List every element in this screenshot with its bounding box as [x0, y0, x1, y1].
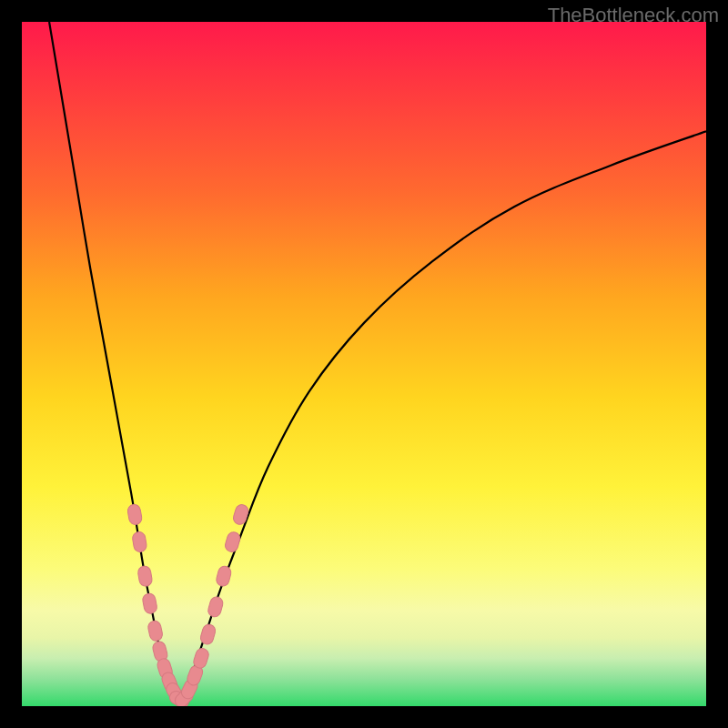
marker-capsule — [224, 531, 241, 553]
marker-capsule — [147, 620, 163, 642]
left-branch-path — [49, 22, 179, 706]
marker-group — [126, 503, 249, 706]
outer-frame: TheBottleneck.com — [0, 0, 728, 728]
marker-capsule — [126, 503, 143, 525]
marker-capsule — [207, 596, 224, 619]
right-branch-path — [179, 131, 706, 706]
curve-layer — [22, 22, 706, 706]
marker-capsule — [215, 565, 232, 588]
marker-capsule — [142, 592, 158, 614]
plot-area — [22, 22, 706, 706]
marker-capsule — [137, 565, 153, 587]
marker-capsule — [132, 531, 147, 553]
marker-capsule — [232, 503, 250, 526]
